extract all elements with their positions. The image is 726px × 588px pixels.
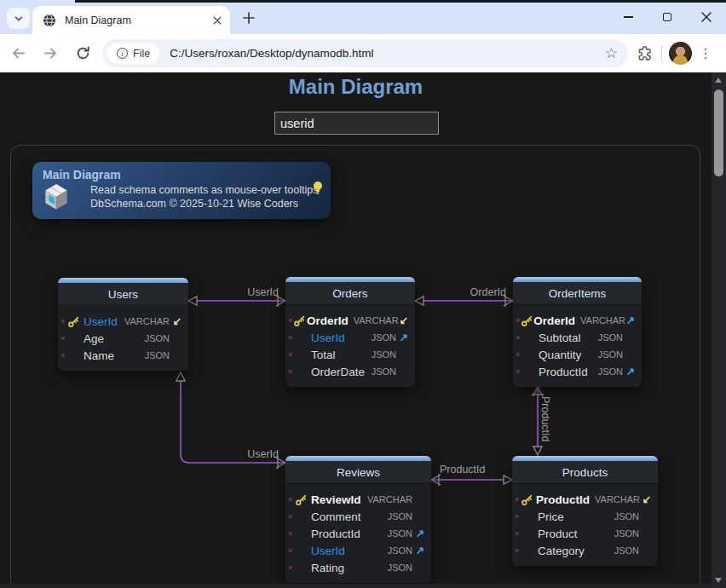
column-row: ReviewId VARCHAR: [285, 491, 431, 508]
column-row: UserId VARCHAR: [58, 313, 188, 330]
table-body: ProductId VARCHAR Price JSON Product JSO…: [512, 484, 658, 566]
maximize-button[interactable]: [648, 3, 687, 32]
not-null-marker-icon: [288, 492, 295, 504]
tab-search-button[interactable]: [7, 8, 30, 29]
browser-window: Main Diagram: [0, 0, 726, 588]
url-scheme-chip[interactable]: i File: [107, 43, 159, 64]
column-name: UserId: [311, 545, 383, 557]
key-icon: [67, 315, 80, 328]
column-row: ProductId VARCHAR: [512, 491, 658, 508]
address-bar[interactable]: i File C:/Users/roxan/Desktop/dynamodb.h…: [102, 39, 628, 67]
not-null-marker-icon: [60, 348, 67, 360]
profile-avatar[interactable]: [669, 42, 692, 65]
table-users: Users UserId VARCHAR Age JSON: [58, 278, 188, 371]
fk-arrow-icon: [170, 316, 182, 327]
horizontal-scrollbar[interactable]: [0, 584, 712, 588]
table-name: Users: [58, 283, 188, 306]
column-name: Rating: [311, 562, 383, 574]
menu-dots-icon[interactable]: ⋮: [692, 45, 719, 61]
not-null-marker-icon: [515, 543, 521, 556]
fk-arrow-icon: [625, 315, 635, 326]
column-row: UserId JSON: [285, 329, 415, 346]
column-type: JSON: [598, 332, 623, 343]
minimize-icon: [624, 16, 633, 18]
column-name: Subtotal: [539, 331, 593, 344]
table-products: Products ProductId VARCHAR Price JSON: [512, 456, 658, 566]
page-title: Main Diagram: [0, 75, 712, 99]
column-name: Quantity: [539, 349, 593, 361]
chevron-down-icon: [13, 13, 25, 25]
column-type: JSON: [388, 545, 412, 556]
bookmark-star-icon[interactable]: ☆: [605, 46, 618, 61]
column-type: JSON: [614, 511, 639, 522]
table-body: OrderId VARCHAR UserId JSON Total JSON: [285, 305, 415, 387]
globe-favicon-icon: [43, 14, 56, 27]
minimize-button[interactable]: [608, 3, 648, 32]
fk-arrow-icon: [399, 315, 408, 326]
column-row: Total JSON: [285, 346, 415, 363]
column-type: JSON: [388, 511, 412, 522]
key-icon: [521, 493, 533, 506]
column-type: VARCHAR: [354, 315, 399, 326]
forward-button[interactable]: [36, 39, 65, 68]
column-name: Age: [84, 332, 140, 345]
column-type: JSON: [614, 545, 639, 556]
key-icon: [293, 314, 306, 327]
column-row: UserId JSON: [285, 542, 431, 559]
table-orders: Orders OrderId VARCHAR UserId JSON: [285, 277, 415, 387]
column-type: JSON: [372, 349, 396, 360]
vertical-scrollbar[interactable]: [712, 72, 726, 588]
reload-button[interactable]: [68, 39, 97, 68]
lightbulb-icon: [311, 180, 325, 199]
column-type: JSON: [145, 333, 170, 343]
scroll-down-arrow-icon[interactable]: [715, 578, 722, 583]
info-icon: i: [117, 48, 128, 59]
column-row: Rating JSON: [285, 559, 431, 576]
column-name: OrderDate: [311, 366, 366, 378]
not-null-marker-icon: [288, 347, 295, 360]
column-name: Total: [311, 349, 366, 361]
not-null-marker-icon: [515, 492, 521, 504]
column-type: JSON: [614, 528, 639, 539]
diagram-search-input[interactable]: [274, 112, 439, 135]
diagram-info-card: Main Diagram Read schema comments as mou…: [32, 162, 331, 219]
not-null-marker-icon: [515, 526, 521, 539]
not-null-marker-icon: [288, 560, 295, 573]
column-type: VARCHAR: [124, 316, 170, 326]
column-row: OrderId VARCHAR: [513, 312, 642, 329]
browser-toolbar: i File C:/Users/roxan/Desktop/dynamodb.h…: [0, 34, 726, 72]
column-type: JSON: [388, 562, 412, 573]
column-name: OrderId: [307, 314, 349, 327]
table-name: OrderItems: [513, 282, 642, 305]
column-row: Subtotal JSON: [513, 329, 642, 346]
url-text[interactable]: C:/Users/roxan/Desktop/dynamodb.html: [170, 47, 605, 60]
table-reviews: Reviews ReviewId VARCHAR Comment JSON: [285, 456, 431, 583]
tab-strip: Main Diagram: [0, 0, 726, 34]
info-card-text: Read schema comments as mouse-over toolt…: [90, 183, 318, 210]
back-button[interactable]: [3, 39, 32, 68]
key-icon: [295, 493, 308, 506]
info-card-line2: DbSchema.com © 2025-10-21 Wise Coders: [90, 197, 318, 210]
column-row: Price JSON: [512, 508, 658, 525]
scroll-up-arrow-icon[interactable]: [715, 78, 722, 83]
column-name: UserId: [84, 315, 119, 328]
back-arrow-icon: [10, 45, 26, 61]
close-button[interactable]: [687, 3, 726, 32]
maximize-icon: [663, 13, 671, 21]
window-controls: [608, 3, 726, 32]
column-name: ReviewId: [311, 493, 362, 506]
column-row: OrderId VARCHAR: [285, 312, 415, 329]
relation-label: UserId: [210, 448, 279, 460]
relation-label: ProductId: [539, 396, 551, 442]
column-type: JSON: [145, 350, 170, 360]
table-orderitems: OrderItems OrderId VARCHAR Subtotal JSON: [513, 277, 642, 387]
fk-arrow-icon: [623, 366, 635, 378]
tab-close-icon[interactable]: [213, 16, 222, 25]
column-row: Comment JSON: [285, 508, 431, 525]
extensions-icon[interactable]: [637, 44, 654, 62]
new-tab-button[interactable]: [239, 9, 258, 27]
column-name: Category: [538, 545, 609, 557]
not-null-marker-icon: [60, 314, 67, 326]
tab-main-diagram[interactable]: Main Diagram: [32, 6, 230, 34]
scrollbar-thumb[interactable]: [714, 89, 723, 176]
